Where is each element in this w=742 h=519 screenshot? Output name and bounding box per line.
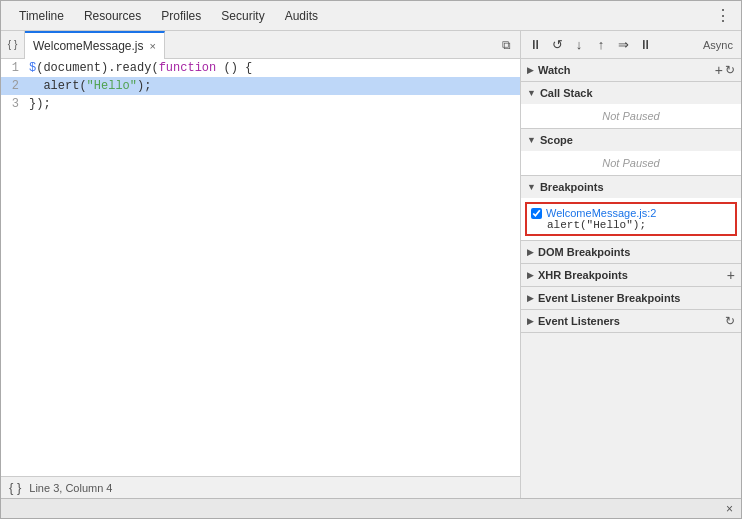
scope-header[interactable]: ▼ Scope	[521, 129, 741, 151]
nav-timeline[interactable]: Timeline	[9, 1, 74, 31]
xhr-breakpoints-section: ▶ XHR Breakpoints +	[521, 264, 741, 287]
breakpoints-box: WelcomeMessage.js:2 alert("Hello");	[525, 202, 737, 236]
breakpoints-content: WelcomeMessage.js:2 alert("Hello");	[521, 198, 741, 240]
nav-resources[interactable]: Resources	[74, 1, 151, 31]
breakpoint-filename: WelcomeMessage.js:2	[546, 207, 656, 219]
close-button[interactable]: ×	[726, 502, 733, 516]
scope-not-paused: Not Paused	[521, 153, 741, 173]
breakpoint-filename-row: WelcomeMessage.js:2	[531, 207, 731, 219]
tab-filename: WelcomeMessage.js	[33, 39, 143, 53]
event-listeners-refresh-button[interactable]: ↻	[725, 314, 735, 328]
code-lines: 1 $(document).ready(function () { 2 aler…	[1, 59, 520, 113]
scope-title: Scope	[540, 134, 735, 146]
xhr-breakpoints-title: XHR Breakpoints	[538, 269, 723, 281]
scope-content: Not Paused	[521, 151, 741, 175]
call-stack-not-paused: Not Paused	[521, 106, 741, 126]
watch-section-header[interactable]: ▶ Watch + ↻	[521, 59, 741, 81]
code-editor[interactable]: 1 $(document).ready(function () { 2 aler…	[1, 59, 520, 476]
el-arrow-icon: ▶	[527, 316, 534, 326]
async-label: Async	[699, 39, 737, 51]
pause-button[interactable]: ⏸	[525, 35, 545, 55]
deactivate-button[interactable]: ⏸	[635, 35, 655, 55]
event-listeners-title: Event Listeners	[538, 315, 723, 327]
nav-audits[interactable]: Audits	[275, 1, 328, 31]
watch-title: Watch	[538, 64, 711, 76]
tab-bar: { } WelcomeMessage.js × ⧉	[1, 31, 520, 59]
dom-breakpoints-header[interactable]: ▶ DOM Breakpoints	[521, 241, 741, 263]
code-line-1: 1 $(document).ready(function () {	[1, 59, 520, 77]
call-stack-header[interactable]: ▼ Call Stack	[521, 82, 741, 104]
status-bar: { } Line 3, Column 4	[1, 476, 520, 498]
watch-arrow-icon: ▶	[527, 65, 534, 75]
call-stack-arrow-icon: ▼	[527, 88, 536, 98]
bracket-icon: { }	[8, 39, 17, 50]
breakpoint-item: WelcomeMessage.js:2 alert("Hello");	[531, 206, 731, 232]
tab-close-button[interactable]: ×	[149, 40, 155, 52]
status-bracket-icon: { }	[9, 480, 21, 495]
watch-refresh-button[interactable]: ↻	[725, 63, 735, 77]
step-out-button[interactable]: ⇒	[613, 35, 633, 55]
breakpoints-title: Breakpoints	[540, 181, 735, 193]
debug-toolbar: ⏸ ↺ ↓ ↑ ⇒ ⏸ Async	[521, 31, 741, 59]
call-stack-section: ▼ Call Stack Not Paused	[521, 82, 741, 129]
call-stack-title: Call Stack	[540, 87, 735, 99]
right-panel: ⏸ ↺ ↓ ↑ ⇒ ⏸ Async ▶ Watch + ↻	[521, 31, 741, 498]
event-listeners-header[interactable]: ▶ Event Listeners ↻	[521, 310, 741, 332]
breakpoints-arrow-icon: ▼	[527, 182, 536, 192]
xhr-arrow-icon: ▶	[527, 270, 534, 280]
tab-expand-button[interactable]: ⧉	[496, 35, 516, 55]
code-line-3: 3 });	[1, 95, 520, 113]
line-content-1: $(document).ready(function () {	[25, 59, 252, 77]
bottom-bar: ×	[1, 498, 741, 518]
dom-breakpoints-title: DOM Breakpoints	[538, 246, 735, 258]
nav-more-dots[interactable]: ⋮	[713, 6, 733, 26]
xhr-breakpoints-header[interactable]: ▶ XHR Breakpoints +	[521, 264, 741, 286]
right-scroll[interactable]: ▶ Watch + ↻ ▼ Call Stack Not Paused	[521, 59, 741, 498]
refresh-button[interactable]: ↺	[547, 35, 567, 55]
xhr-add-button[interactable]: +	[727, 267, 735, 283]
tab-actions: ⧉	[492, 35, 520, 55]
status-position: Line 3, Column 4	[29, 482, 112, 494]
breakpoints-header[interactable]: ▼ Breakpoints	[521, 176, 741, 198]
left-panel: { } WelcomeMessage.js × ⧉ 1 $(document).…	[1, 31, 521, 498]
tab-welcome-message[interactable]: WelcomeMessage.js ×	[25, 31, 165, 59]
scope-arrow-icon: ▼	[527, 135, 536, 145]
event-listener-breakpoints-section: ▶ Event Listener Breakpoints	[521, 287, 741, 310]
dom-breakpoints-section: ▶ DOM Breakpoints	[521, 241, 741, 264]
line-number-2: 2	[1, 77, 25, 95]
scope-section: ▼ Scope Not Paused	[521, 129, 741, 176]
event-listeners-section: ▶ Event Listeners ↻	[521, 310, 741, 333]
line-number-3: 3	[1, 95, 25, 113]
line-content-2: alert("Hello");	[25, 77, 151, 95]
dom-bp-arrow-icon: ▶	[527, 247, 534, 257]
breakpoints-section: ▼ Breakpoints WelcomeMessage.js:2 alert(…	[521, 176, 741, 241]
breakpoint-checkbox[interactable]	[531, 208, 542, 219]
top-nav: Timeline Resources Profiles Security Aud…	[1, 1, 741, 31]
watch-add-button[interactable]: +	[715, 62, 723, 78]
code-line-2: 2 alert("Hello");	[1, 77, 520, 95]
step-into-button[interactable]: ↑	[591, 35, 611, 55]
nav-security[interactable]: Security	[211, 1, 274, 31]
event-listener-breakpoints-title: Event Listener Breakpoints	[538, 292, 735, 304]
nav-profiles[interactable]: Profiles	[151, 1, 211, 31]
step-over-button[interactable]: ↓	[569, 35, 589, 55]
call-stack-content: Not Paused	[521, 104, 741, 128]
breakpoint-code: alert("Hello");	[531, 219, 731, 231]
event-listener-breakpoints-header[interactable]: ▶ Event Listener Breakpoints	[521, 287, 741, 309]
watch-section: ▶ Watch + ↻	[521, 59, 741, 82]
main-area: { } WelcomeMessage.js × ⧉ 1 $(document).…	[1, 31, 741, 498]
el-bp-arrow-icon: ▶	[527, 293, 534, 303]
status-bar-left: { } Line 3, Column 4	[9, 480, 112, 495]
line-number-1: 1	[1, 59, 25, 77]
tab-left-icon: { }	[1, 31, 25, 59]
line-content-3: });	[25, 95, 51, 113]
